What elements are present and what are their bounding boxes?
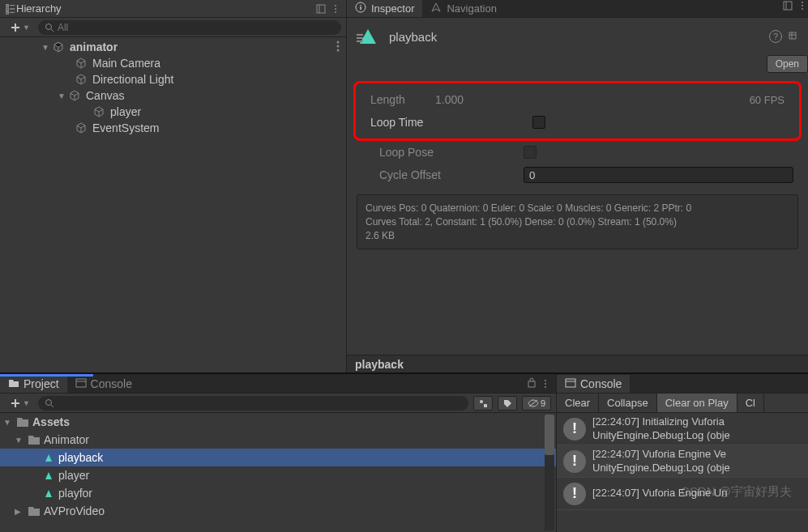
filter-by-type-icon[interactable] (473, 396, 493, 411)
scrollbar[interactable] (545, 415, 554, 530)
tab-label: Navigation (447, 2, 496, 15)
folder-icon (28, 504, 41, 517)
open-button[interactable]: Open (767, 55, 808, 73)
svg-rect-9 (784, 2, 792, 10)
clip-label: player (58, 469, 89, 482)
hidden-count: 9 (541, 398, 545, 408)
clip-item[interactable]: playfor (0, 484, 556, 502)
loop-pose-checkbox[interactable] (524, 146, 537, 159)
folder-label: Animator (44, 433, 89, 446)
hierarchy-search[interactable] (38, 20, 341, 35)
search-icon (45, 23, 54, 32)
cycle-offset-input[interactable] (524, 167, 793, 183)
tab-console[interactable]: Console (67, 375, 140, 393)
highlight-box: Length 1.000 60 FPS Loop Time (353, 81, 802, 141)
svg-point-10 (802, 2, 803, 3)
menu-icon[interactable] (330, 3, 341, 15)
chevron-right-icon[interactable]: ▶ (15, 507, 24, 516)
cl-button[interactable]: Cl (737, 394, 764, 412)
svg-rect-0 (317, 5, 325, 13)
log-entry[interactable]: ! [22:24:07] Vuforia Engine Ve UnityEngi… (557, 445, 808, 478)
tab-inspector[interactable]: Inspector (347, 0, 422, 17)
svg-point-12 (802, 8, 803, 10)
hidden-count-button[interactable]: 9 (522, 396, 551, 411)
eye-off-icon (528, 399, 539, 407)
svg-rect-13 (357, 34, 363, 36)
loop-pose-label: Loop Pose (379, 146, 524, 159)
animation-clip-icon (42, 487, 55, 500)
popout-icon[interactable] (782, 0, 793, 11)
tab-label: Inspector (371, 2, 414, 15)
add-button[interactable]: ▼ (5, 20, 35, 35)
svg-point-11 (802, 5, 803, 6)
project-body: ▼ Assets ▼ Animator playback player (0, 413, 556, 532)
log-entry[interactable]: ! [22:24:07] Initializing Vuforia UnityE… (557, 413, 808, 445)
tab-console[interactable]: Console (557, 375, 630, 393)
loop-time-label: Loop Time (370, 116, 532, 129)
menu-icon[interactable] (797, 0, 808, 11)
log-entry[interactable]: ! [22:24:07] Vuforia Engine Un (557, 478, 808, 510)
clear-button[interactable]: Clear (557, 394, 599, 412)
svg-rect-17 (528, 381, 535, 387)
popout-icon[interactable] (315, 3, 327, 15)
svg-rect-24 (566, 379, 575, 387)
project-search[interactable] (38, 396, 468, 411)
clear-on-play-button[interactable]: Clear on Play (657, 394, 737, 412)
menu-icon[interactable] (540, 378, 551, 389)
gameobject-row[interactable]: EventSystem (0, 120, 346, 136)
help-icon[interactable]: ? (769, 30, 782, 43)
animation-clip-icon (42, 469, 55, 482)
search-input[interactable] (58, 22, 335, 33)
tab-label: Console (580, 377, 622, 390)
project-toolbar: ▼ 9 (0, 394, 556, 413)
info-icon: ! (563, 483, 586, 505)
project-tabs: Project Console (0, 374, 556, 394)
clip-label: playback (58, 451, 103, 464)
lock-icon[interactable] (527, 377, 537, 390)
clip-item[interactable]: player (0, 466, 556, 484)
chevron-down-icon[interactable] (41, 42, 50, 52)
scene-icon (52, 40, 65, 53)
hierarchy-tab-header: Hierarchy (0, 0, 346, 18)
folder-label: AVProVideo (44, 504, 105, 517)
gameobject-row[interactable]: player (0, 104, 346, 120)
active-indicator (0, 374, 93, 377)
navigation-icon (430, 2, 442, 15)
gameobject-label: Main Camera (92, 57, 160, 70)
hierarchy-icon (5, 3, 16, 15)
console-panel: Console Clear Collapse Clear on Play Cl … (556, 374, 808, 532)
loop-time-checkbox[interactable] (532, 116, 545, 129)
svg-point-5 (337, 40, 340, 43)
svg-point-7 (337, 49, 340, 51)
animator-folder[interactable]: ▼ Animator (0, 431, 556, 449)
filter-by-label-icon[interactable] (498, 396, 517, 411)
preset-icon[interactable] (787, 30, 798, 44)
svg-rect-23 (484, 404, 487, 407)
collapse-button[interactable]: Collapse (599, 394, 657, 412)
gameobject-row[interactable]: Canvas (0, 87, 346, 104)
add-button[interactable]: ▼ (5, 396, 35, 411)
preview-header[interactable]: playback (347, 355, 808, 372)
cycle-offset-label: Cycle Offset (379, 168, 524, 181)
clip-item[interactable]: playback (0, 449, 556, 466)
chevron-down-icon[interactable]: ▼ (15, 436, 24, 445)
gameobject-label: Canvas (86, 89, 124, 102)
scroll-thumb[interactable] (545, 415, 554, 455)
avpro-folder[interactable]: ▶ AVProVideo (0, 502, 556, 520)
clip-header: playback ? (347, 18, 808, 55)
scene-row[interactable]: animator (0, 39, 346, 55)
chevron-down-icon[interactable] (57, 91, 66, 100)
tab-navigation[interactable]: Navigation (422, 0, 504, 17)
curves-info: Curves Pos: 0 Quaternion: 0 Euler: 0 Sca… (357, 194, 798, 249)
inspector-panel: Inspector Navigation playback ? Open (346, 0, 808, 372)
gameobject-row[interactable]: Main Camera (0, 55, 346, 71)
chevron-down-icon[interactable]: ▼ (3, 418, 13, 427)
assets-folder[interactable]: ▼ Assets (0, 413, 556, 431)
gameobject-label: Directional Light (92, 73, 173, 86)
tab-project[interactable]: Project (0, 375, 67, 393)
menu-icon[interactable] (336, 40, 340, 54)
folder-icon (28, 433, 41, 446)
svg-point-3 (335, 11, 336, 13)
animation-clip-icon (357, 26, 381, 47)
gameobject-row[interactable]: Directional Light (0, 71, 346, 87)
